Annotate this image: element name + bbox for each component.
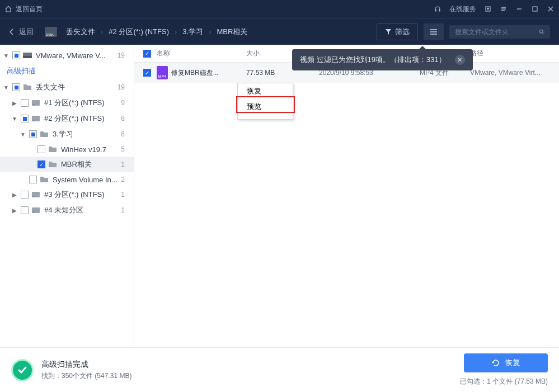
disk-icon [31,206,41,215]
disk-icon [45,27,57,37]
search-input[interactable] [455,28,539,36]
tree-count: 5 [121,145,129,153]
file-name: 修复MBR磁盘... [171,68,219,78]
tree-item[interactable]: ▶#1 分区(*:) (NTFS)9 [0,95,134,111]
home-icon[interactable] [4,5,12,13]
checkbox[interactable] [21,99,29,107]
recover-label: 恢复 [505,358,520,368]
back-button[interactable]: 返回 [9,27,34,37]
expand-icon[interactable]: ▶ [11,207,18,214]
tree-count: 2 [121,176,129,183]
checkbox[interactable] [12,83,20,91]
checkbox[interactable] [21,115,29,122]
column-path[interactable]: 路径 [470,49,559,58]
checkbox[interactable] [21,191,29,199]
collapse-icon[interactable]: ▼ [11,116,18,122]
tree-count: 9 [121,99,129,107]
close-icon[interactable] [547,5,555,13]
checkbox[interactable] [12,51,20,59]
file-path: VMware, VMware Virt... [470,69,559,77]
main-area: ▼ VMware, VMware V... 19 高级扫描 ▼丢失文件19▶#1… [0,45,559,347]
expand-icon[interactable]: ▶ [11,192,18,198]
file-list: ✓ 名称 大小 修改日期 类型 路径 ✓ MP4 修复MBR磁盘... 77.5… [134,45,559,347]
column-name[interactable]: 名称 [157,49,246,58]
tooltip-arrow [419,46,426,50]
list-view-button[interactable] [424,23,444,40]
statusbar: 高级扫描完成 找到：350个文件 (547.31 MB) 恢复 已勾选：1 个文… [0,347,559,392]
tree-item[interactable]: System Volume In...2 [0,172,134,187]
svg-point-8 [33,120,34,121]
collapse-icon[interactable]: ▼ [2,53,10,59]
row-checkbox[interactable]: ✓ [143,69,151,77]
breadcrumb-item[interactable]: 3.学习 [182,27,203,37]
back-home-link[interactable]: 返回首页 [16,4,43,14]
collapse-icon[interactable]: ▼ [2,84,10,91]
filter-button[interactable]: 筛选 [377,23,418,40]
chevron-right-icon: › [209,27,211,36]
recover-button[interactable]: 恢复 [464,353,548,372]
search-box[interactable] [449,25,550,39]
tree-item[interactable]: ▼丢失文件19 [0,79,134,95]
headset-icon[interactable] [434,5,441,13]
svg-point-12 [33,211,34,212]
svg-rect-1 [533,7,537,11]
minimize-icon[interactable] [515,5,523,13]
selected-count: 已勾选：1 个文件 (77.53 MB) [460,377,548,386]
svg-rect-4 [23,56,32,58]
checkbox[interactable]: ✓ [37,160,45,168]
sidebar: ▼ VMware, VMware V... 19 高级扫描 ▼丢失文件19▶#1… [0,45,134,347]
online-service-link[interactable]: 在线服务 [449,4,476,14]
toolbar: 返回 丢失文件 › #2 分区(*:) (NTFS) › 3.学习 › MBR相… [0,18,559,45]
tree-count: 19 [118,51,129,59]
svg-rect-5 [32,100,40,106]
svg-rect-9 [32,192,40,197]
select-all-checkbox[interactable]: ✓ [143,50,151,58]
folder-icon [39,175,49,184]
disk-icon [31,190,41,199]
menu-icon[interactable] [500,5,508,13]
titlebar: 返回首页 在线服务 [0,0,559,18]
tree-item[interactable]: ▼#2 分区(*:) (NTFS)8 [0,111,134,126]
search-icon[interactable] [539,28,544,36]
maximize-icon[interactable] [531,5,539,13]
tree-root[interactable]: ▼ VMware, VMware V... 19 [0,48,134,63]
tree-item[interactable]: ▶#4 未知分区1 [0,202,134,218]
breadcrumb-item[interactable]: MBR相关 [217,27,248,37]
breadcrumb-item[interactable]: 丢失文件 [66,27,95,37]
tree-count: 1 [121,160,129,168]
tree-item[interactable]: ✓MBR相关1 [0,157,134,172]
disk-icon [31,98,41,107]
svg-point-10 [33,196,34,197]
tree-label: MBR相关 [61,159,119,169]
tree-label: #3 分区(*:) (NTFS) [44,190,119,200]
tree-label: 丢失文件 [36,82,115,92]
tree-count: 1 [121,191,129,199]
folder-icon [48,145,58,154]
checkbox[interactable] [37,145,45,153]
chevron-right-icon: › [175,27,177,36]
checkbox[interactable] [21,206,29,214]
tooltip-close-icon[interactable]: ✕ [455,55,465,65]
share-icon[interactable] [484,5,492,13]
svg-point-6 [33,104,34,105]
context-menu: 恢复 预览 [237,83,293,120]
tree-item[interactable]: WinHex v19.75 [0,142,134,157]
ctx-preview[interactable]: 预览 [238,99,293,115]
mp4-file-icon: MP4 [157,66,168,79]
ctx-restore[interactable]: 恢复 [238,83,293,99]
expand-icon[interactable]: ▶ [11,100,18,106]
collapse-icon[interactable]: ▼ [19,131,27,138]
chevron-right-icon: › [101,27,103,36]
breadcrumb: 丢失文件 › #2 分区(*:) (NTFS) › 3.学习 › MBR相关 [66,27,377,37]
tree-item[interactable]: ▼3.学习6 [0,126,134,142]
tooltip-text: 视频 过滤已为您找到19项。（排出项：331） [300,55,446,65]
tree-item[interactable]: ▶#3 分区(*:) (NTFS)1 [0,187,134,202]
checkbox[interactable] [29,176,37,183]
tree-label: System Volume In... [53,176,119,184]
disk-icon [22,51,32,60]
checkbox[interactable] [29,130,37,138]
tree-label: #2 分区(*:) (NTFS) [44,114,119,124]
breadcrumb-item[interactable]: #2 分区(*:) (NTFS) [109,27,169,37]
advanced-scan-link[interactable]: 高级扫描 [0,63,134,79]
success-icon [11,359,34,381]
